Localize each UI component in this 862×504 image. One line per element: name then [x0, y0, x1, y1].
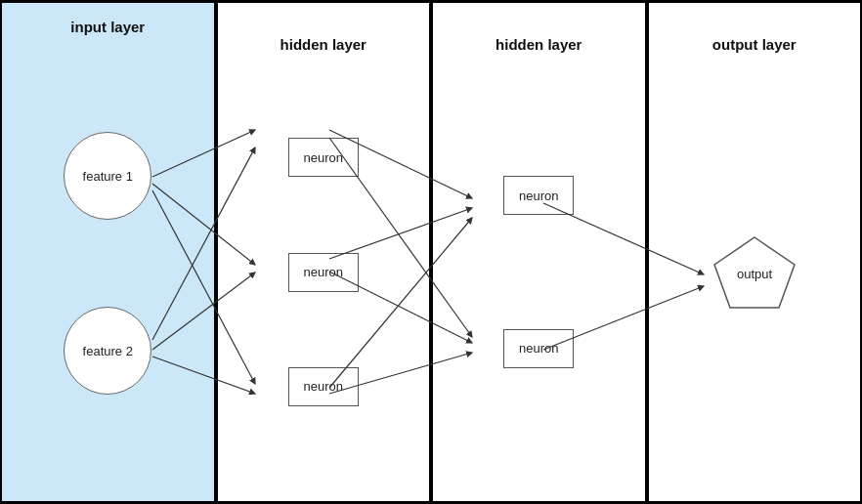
hidden-layer-1: hidden layer neuron neuron neuron	[218, 3, 430, 501]
input-node-feature2: feature 2	[64, 307, 151, 395]
input-layer-title: input layer	[70, 19, 145, 35]
input-layer: input layer feature 1 feature 2	[2, 3, 214, 501]
hidden-layer-2: hidden layer neuron neuron	[433, 3, 645, 501]
hidden-layer-1-title: hidden layer	[280, 36, 366, 53]
hidden1-node-2: neuron	[288, 253, 359, 292]
hidden2-node-1: neuron	[503, 176, 574, 215]
output-layer: output layer output	[649, 3, 861, 501]
hidden1-node-3: neuron	[288, 367, 359, 406]
svg-text:output: output	[737, 267, 773, 281]
output-layer-title: output layer	[712, 36, 797, 53]
pentagon-shape: output	[711, 233, 798, 312]
hidden1-node-1: neuron	[288, 138, 359, 177]
output-node: output	[711, 233, 798, 312]
neural-network-diagram: input layer feature 1 feature 2 hidden l…	[2, 3, 860, 501]
hidden-layer-2-title: hidden layer	[496, 36, 582, 53]
hidden2-node-2: neuron	[503, 329, 574, 368]
input-node-feature1: feature 1	[64, 132, 151, 220]
